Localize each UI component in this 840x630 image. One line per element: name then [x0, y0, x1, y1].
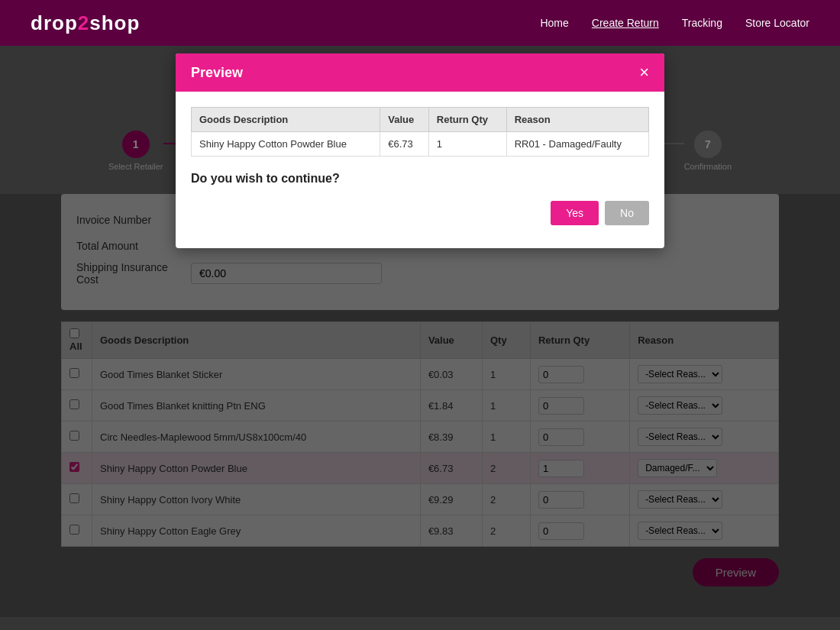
modal-table-row: Shiny Happy Cotton Powder Blue €6.73 1 R… — [192, 132, 649, 157]
modal-col-return-qty: Return Qty — [428, 108, 506, 132]
logo: drop2shop — [31, 11, 140, 35]
modal-footer: Yes No — [191, 201, 649, 233]
nav-create-return[interactable]: Create Return — [592, 17, 659, 29]
modal-body: Goods Description Value Return Qty Reaso… — [176, 92, 664, 248]
modal-row-reason: RR01 - Damaged/Faulty — [506, 132, 648, 157]
modal-col-value: Value — [380, 108, 429, 132]
modal-overlay: Preview × Goods Description Value Return… — [0, 46, 840, 630]
modal-row-value: €6.73 — [380, 132, 429, 157]
modal-no-button[interactable]: No — [605, 201, 649, 225]
modal-table-header-row: Goods Description Value Return Qty Reaso… — [192, 108, 649, 132]
modal-col-description: Goods Description — [192, 108, 380, 132]
modal-header: Preview × — [176, 53, 664, 92]
header: drop2shop Home Create Return Tracking St… — [0, 0, 840, 46]
modal: Preview × Goods Description Value Return… — [176, 53, 664, 248]
nav-store-locator[interactable]: Store Locator — [745, 17, 809, 29]
modal-row-return-qty: 1 — [428, 132, 506, 157]
nav-tracking[interactable]: Tracking — [682, 17, 722, 29]
modal-col-reason: Reason — [506, 108, 648, 132]
nav: Home Create Return Tracking Store Locato… — [540, 17, 809, 29]
modal-table: Goods Description Value Return Qty Reaso… — [191, 107, 649, 157]
modal-yes-button[interactable]: Yes — [551, 201, 599, 225]
nav-home[interactable]: Home — [540, 17, 568, 29]
page-content: Return a Parcel Returning goods bought o… — [0, 46, 840, 630]
modal-row-description: Shiny Happy Cotton Powder Blue — [192, 132, 380, 157]
modal-question: Do you wish to continue? — [191, 172, 649, 186]
modal-title: Preview — [191, 65, 243, 81]
modal-close-button[interactable]: × — [639, 64, 649, 81]
